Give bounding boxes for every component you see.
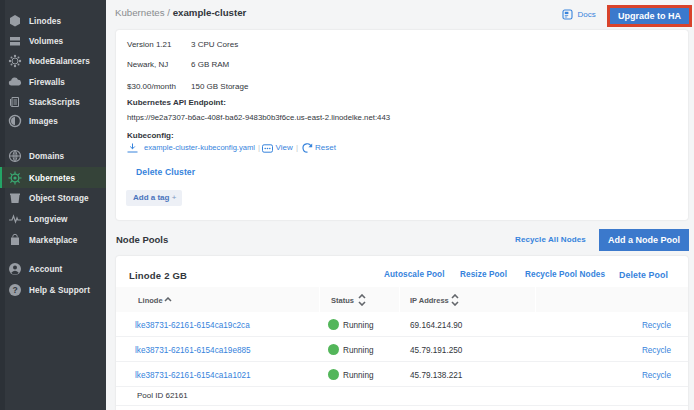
svg-text:?: ? <box>12 285 17 295</box>
